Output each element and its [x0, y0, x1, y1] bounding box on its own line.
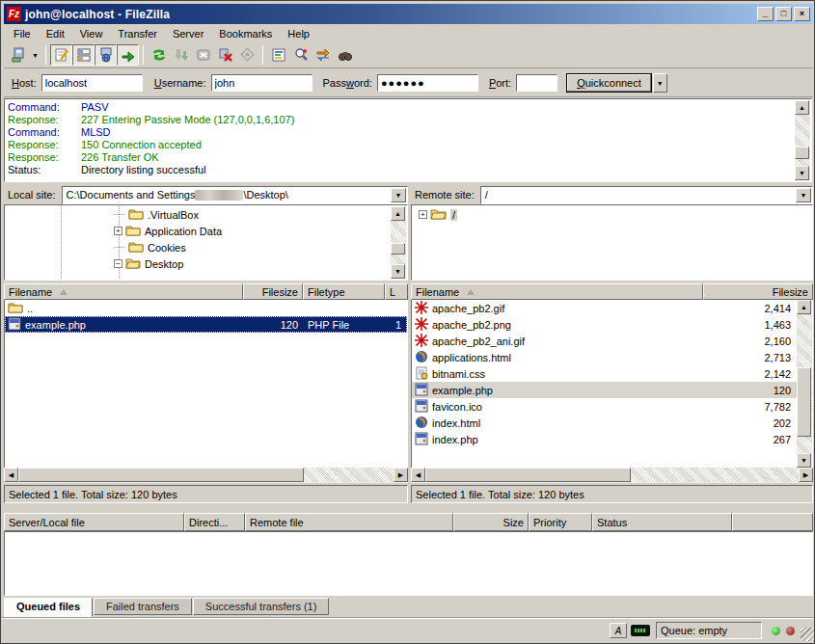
quickconnect-button[interactable]: Quickconnect — [566, 73, 652, 93]
file-row[interactable]: apache_pb2_ani.gif 2,160 — [412, 333, 797, 349]
expand-icon[interactable]: + — [419, 210, 427, 219]
column-header-last-modified[interactable]: L — [385, 283, 408, 300]
sync-browsing-button[interactable] — [312, 44, 334, 66]
scroll-down-icon[interactable]: ▼ — [391, 264, 405, 279]
site-manager-icon — [11, 47, 26, 63]
remote-list-header: Filename Filesize — [411, 283, 813, 300]
local-site-combo[interactable]: C:\Documents and Settings\Desktop\ ▼ — [62, 186, 408, 204]
tree-item-application-data[interactable]: + Application Data — [6, 223, 391, 239]
toggle-queue-button[interactable] — [117, 44, 139, 66]
scroll-down-icon[interactable]: ▼ — [795, 166, 809, 180]
toggle-local-tree-button[interactable] — [72, 44, 95, 66]
maximize-button[interactable]: □ — [775, 7, 792, 21]
refresh-button[interactable] — [148, 44, 170, 66]
menu-bookmarks[interactable]: Bookmarks — [211, 26, 280, 41]
tab-queued-files[interactable]: Queued files — [4, 598, 93, 617]
scroll-down-icon[interactable]: ▼ — [797, 453, 811, 468]
scroll-up-icon[interactable]: ▲ — [795, 100, 809, 115]
folder-icon — [125, 224, 141, 238]
filter-button[interactable] — [267, 44, 289, 66]
close-button[interactable]: × — [794, 7, 810, 21]
tree-item-root[interactable]: + / — [413, 206, 811, 223]
scrollbar-thumb[interactable] — [425, 468, 631, 482]
menu-server[interactable]: Server — [165, 26, 211, 41]
scroll-left-icon[interactable]: ◀ — [411, 468, 425, 482]
column-header-server-local-file[interactable]: Server/Local file — [4, 513, 184, 531]
compare-button[interactable] — [289, 44, 312, 66]
port-input[interactable] — [516, 74, 557, 92]
scrollbar-thumb[interactable] — [391, 243, 405, 255]
remote-list-hscrollbar[interactable]: ◀ ▶ — [411, 468, 813, 483]
scrollbar-thumb[interactable] — [18, 468, 304, 482]
menu-view[interactable]: View — [72, 26, 111, 41]
file-row-updir[interactable]: .. — [5, 300, 407, 316]
find-button[interactable] — [334, 44, 356, 66]
reconnect-button[interactable] — [236, 44, 258, 66]
column-header-filesize[interactable]: Filesize — [243, 283, 303, 300]
toggle-log-button[interactable] — [50, 44, 72, 66]
column-header-filename[interactable]: Filename — [4, 283, 243, 300]
chevron-down-icon[interactable]: ▼ — [796, 188, 811, 202]
process-queue-button[interactable] — [170, 44, 192, 66]
column-header-filesize[interactable]: Filesize — [703, 283, 813, 300]
scroll-right-icon[interactable]: ▶ — [394, 468, 408, 482]
site-manager-dropdown-button[interactable]: ▼ — [29, 44, 41, 66]
toggle-remote-tree-button[interactable] — [95, 44, 117, 66]
local-site-bar: Local site: C:\Documents and Settings\De… — [4, 185, 408, 204]
column-header-status[interactable]: Status — [592, 513, 732, 531]
column-header-filetype[interactable]: Filetype — [303, 283, 385, 300]
menu-file[interactable]: File — [6, 26, 39, 41]
minimize-button[interactable]: _ — [757, 7, 774, 21]
remote-site-combo[interactable]: / ▼ — [480, 186, 813, 204]
collapse-icon[interactable]: − — [114, 259, 122, 268]
file-row[interactable]: bitnami.css 2,142 — [412, 365, 797, 382]
scroll-right-icon[interactable]: ▶ — [799, 468, 813, 482]
queue-list[interactable] — [4, 531, 813, 596]
tab-failed-transfers[interactable]: Failed transfers — [94, 598, 192, 615]
tree-item-desktop[interactable]: − Desktop — [6, 255, 391, 272]
column-header-direction[interactable]: Directi... — [184, 513, 245, 531]
file-row[interactable]: apache_pb2.png 1,463 — [412, 316, 797, 333]
toolbar-separator — [262, 45, 263, 65]
password-input[interactable] — [377, 74, 478, 92]
tab-successful-transfers[interactable]: Successful transfers (1) — [193, 598, 330, 615]
column-header-remote-file[interactable]: Remote file — [245, 513, 453, 531]
titlebar[interactable]: Fz john@localhost - FileZilla _ □ × — [4, 4, 813, 24]
file-row[interactable]: index.html 202 — [412, 415, 797, 431]
remote-list-vscrollbar[interactable]: ▲ ▼ — [797, 300, 812, 468]
column-header-priority[interactable]: Priority — [529, 513, 592, 531]
file-row-example-php[interactable]: example.php 120 PHP File 1 — [5, 316, 407, 333]
file-row[interactable]: favicon.ico 7,782 — [412, 398, 797, 415]
disconnect-button[interactable] — [214, 44, 236, 66]
site-manager-button[interactable] — [7, 44, 29, 66]
tree-item-cookies[interactable]: Cookies — [6, 239, 391, 255]
quickconnect-dropdown-button[interactable]: ▼ — [653, 73, 667, 93]
scroll-up-icon[interactable]: ▲ — [391, 206, 405, 221]
cancel-operation-button[interactable] — [192, 44, 214, 66]
host-input[interactable] — [41, 74, 143, 92]
local-list-hscrollbar[interactable]: ◀ ▶ — [4, 468, 408, 483]
column-header-filename[interactable]: Filename — [411, 283, 703, 300]
file-row[interactable]: index.php 267 — [412, 431, 797, 447]
username-input[interactable] — [211, 74, 312, 92]
column-header-size[interactable]: Size — [453, 513, 529, 531]
scrollbar-thumb[interactable] — [795, 147, 809, 159]
speed-limits-icon[interactable] — [631, 625, 650, 636]
tree-item-virtualbox[interactable]: .VirtualBox — [6, 206, 391, 223]
file-row-selected[interactable]: example.php 120 — [412, 382, 797, 398]
chevron-down-icon[interactable]: ▼ — [391, 188, 406, 202]
resize-grip[interactable] — [801, 628, 814, 641]
scrollbar-thumb[interactable] — [797, 367, 811, 437]
menu-edit[interactable]: Edit — [39, 26, 72, 41]
scroll-up-icon[interactable]: ▲ — [797, 300, 811, 314]
file-row[interactable]: apache_pb2.gif 2,414 — [412, 300, 797, 316]
log-scrollbar[interactable]: ▲ ▼ — [795, 100, 810, 180]
expand-icon[interactable]: + — [114, 227, 122, 235]
menu-transfer[interactable]: Transfer — [110, 26, 165, 41]
file-row[interactable]: applications.html 2,713 — [412, 349, 797, 365]
local-tree-scrollbar[interactable]: ▲ ▼ — [391, 206, 406, 279]
scroll-left-icon[interactable]: ◀ — [4, 468, 18, 482]
transfer-type-icon[interactable]: A — [610, 623, 627, 638]
log-entry: Response:150 Connection accepted — [8, 139, 795, 151]
menu-help[interactable]: Help — [280, 26, 317, 41]
